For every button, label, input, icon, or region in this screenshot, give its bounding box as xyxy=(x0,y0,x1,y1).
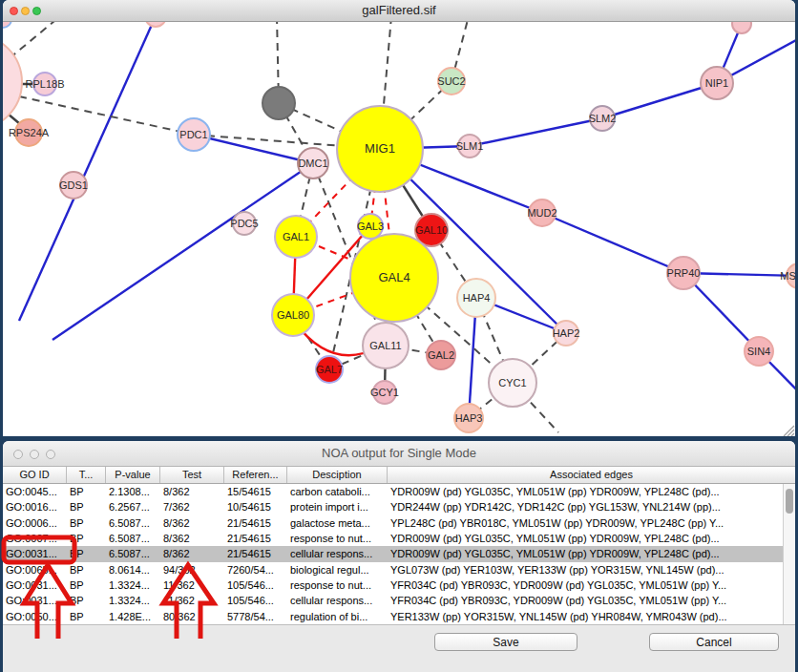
noa-output-window: NOA output for Single Mode GO IDT...P-va… xyxy=(3,441,795,672)
edge-blue xyxy=(602,83,717,118)
cell: BP xyxy=(67,595,106,606)
edge-blue xyxy=(19,22,156,321)
node-label-HAP4: HAP4 xyxy=(463,292,491,304)
node-label-GAL10: GAL10 xyxy=(415,224,448,236)
cell: BP xyxy=(67,611,106,622)
table-row[interactable]: GO:0050...BP1.428E...80/3625778/54...reg… xyxy=(3,609,783,624)
column-header-pvalue[interactable]: P-value xyxy=(106,467,160,483)
node-label-SLM2: SLM2 xyxy=(589,113,617,124)
network-window: galFiltered.sif RPL18BRPS24AGDS1PDC1MIG1… xyxy=(3,0,795,436)
cell: response to nut... xyxy=(287,533,388,544)
table-row[interactable]: GO:0016...BP6.2567...7/36210/54615protei… xyxy=(3,499,783,514)
cell: 5778/54... xyxy=(224,611,287,622)
cell: BP xyxy=(67,533,106,544)
cell: GO:0031... xyxy=(3,579,67,591)
cell: YDR009W (pd) YGL035C, YML051W (pp) YDR00… xyxy=(388,548,783,559)
resize-grip-icon[interactable] xyxy=(784,426,794,436)
cell: cellular respons... xyxy=(287,548,388,559)
cell: 11/362 xyxy=(160,595,224,606)
node-label-GCY1: GCY1 xyxy=(370,387,399,398)
cell: GO:0065... xyxy=(3,564,67,576)
node-label-SIN4: SIN4 xyxy=(747,346,770,357)
cell: YFR034C (pd) YBR093C, YDR009W (pd) YGL03… xyxy=(388,579,783,591)
node-label-GAL11: GAL11 xyxy=(369,340,401,351)
cell: YFR034C (pd) YBR093C, YDR009W (pd) YGL03… xyxy=(388,595,783,606)
column-header-associatededges[interactable]: Associated edges xyxy=(388,467,795,483)
cell: 6.5087... xyxy=(106,548,160,559)
cell: 8/362 xyxy=(160,486,224,497)
cell: 6.5087... xyxy=(106,517,160,529)
column-header-referen[interactable]: Referen... xyxy=(224,467,287,483)
node-unlabeled[interactable] xyxy=(262,87,295,119)
window-title: galFiltered.sif xyxy=(3,0,795,21)
node-label-GAL7: GAL7 xyxy=(316,364,343,375)
node-label-GAL4: GAL4 xyxy=(378,270,410,284)
cell: GO:0031... xyxy=(3,548,67,559)
cell: 1.3324... xyxy=(106,595,160,606)
cell: response to nut... xyxy=(287,579,388,591)
table-row[interactable]: GO:0031...BP1.3324...11/362105/546...cel… xyxy=(3,593,783,608)
table-row[interactable]: GO:0031...BP6.5087...8/36221/54615cellul… xyxy=(3,546,783,561)
cell: 94/362 xyxy=(160,564,224,576)
cell: 1.3324... xyxy=(106,579,160,591)
cell: protein import i... xyxy=(287,501,388,513)
network-canvas[interactable]: RPL18BRPS24AGDS1PDC1MIG1SUC2SLM1DMC1SLM2… xyxy=(3,22,795,436)
button-bar: Save Cancel xyxy=(3,625,795,672)
cell: GO:0045... xyxy=(3,486,67,497)
cell: galactose meta... xyxy=(287,517,388,529)
desktop: { "top_window": { "title": "galFiltered.… xyxy=(0,0,798,672)
cell: BP xyxy=(67,548,106,559)
node-label-PDC5: PDC5 xyxy=(230,218,258,229)
table-row[interactable]: GO:0006...BP6.5087...8/36221/54615galact… xyxy=(3,515,783,531)
node-label-SLM1: SLM1 xyxy=(456,140,484,152)
table-row[interactable]: GO:0031...BP1.3324...11/362105/546...res… xyxy=(3,578,783,593)
edge-blue xyxy=(470,118,602,146)
node-label-HAP2: HAP2 xyxy=(553,327,580,339)
cell: cellular respons... xyxy=(287,595,388,606)
table-header: GO IDT...P-valueTestReferen...Desciption… xyxy=(3,467,795,484)
node-label-CYC1: CYC1 xyxy=(498,377,526,388)
results-table: GO:0045...BP2.1308...8/36215/54615carbon… xyxy=(3,484,795,625)
cell: carbon cataboli... xyxy=(287,486,388,497)
node-unlabeled[interactable] xyxy=(3,22,11,28)
cell: 21/54615 xyxy=(224,533,287,544)
column-header-t[interactable]: T... xyxy=(67,467,106,483)
cell: YPL248C (pd) YBR018C, YML051W (pp) YDR00… xyxy=(388,517,783,529)
node-label-MSI: MSI xyxy=(780,270,795,282)
cell: 21/54615 xyxy=(224,517,287,529)
cell: YDR009W (pd) YGL035C, YML051W (pp) YDR00… xyxy=(388,486,783,497)
cell: YDR244W (pp) YDR142C, YDR142C (pp) YGL15… xyxy=(388,501,783,513)
cell: 1.428E... xyxy=(106,611,160,622)
cell: BP xyxy=(67,579,106,591)
edge-dash xyxy=(10,22,60,58)
cell: 8/362 xyxy=(160,548,224,559)
column-header-desciption[interactable]: Desciption xyxy=(287,467,388,483)
cancel-button[interactable]: Cancel xyxy=(649,633,779,651)
cell: 21/54615 xyxy=(224,548,287,559)
save-button[interactable]: Save xyxy=(434,633,578,651)
network-graph: RPL18BRPS24AGDS1PDC1MIG1SUC2SLM1DMC1SLM2… xyxy=(3,22,795,436)
network-window-titlebar: galFiltered.sif xyxy=(3,0,795,22)
window-title: NOA output for Single Mode xyxy=(3,441,795,466)
cell: YGL073W (pd) YER103W, YER133W (pp) YOR31… xyxy=(388,564,783,576)
noa-window-titlebar: NOA output for Single Mode xyxy=(3,441,795,467)
node-label-GDS1: GDS1 xyxy=(59,179,88,191)
node-label-PRP40: PRP40 xyxy=(667,267,701,279)
cell: 105/546... xyxy=(224,579,287,591)
node-unlabeled[interactable] xyxy=(3,34,22,130)
table-row[interactable]: GO:0045...BP2.1308...8/36215/54615carbon… xyxy=(3,484,783,499)
node-label-GAL80: GAL80 xyxy=(277,309,309,321)
node-unlabeled[interactable] xyxy=(145,22,166,27)
node-unlabeled[interactable] xyxy=(732,22,751,33)
column-header-goid[interactable]: GO ID xyxy=(3,467,67,483)
node-label-SUC2: SUC2 xyxy=(437,75,465,87)
cell: YDR009W (pd) YGL035C, YML051W (pp) YDR00… xyxy=(388,533,783,544)
cell: BP xyxy=(67,486,106,497)
table-row[interactable]: GO:0007...BP6.5087...8/36221/54615respon… xyxy=(3,531,783,546)
cell: 11/362 xyxy=(160,579,224,591)
vertical-scrollbar[interactable] xyxy=(783,484,795,624)
column-header-test[interactable]: Test xyxy=(160,467,224,483)
node-label-GAL3: GAL3 xyxy=(357,220,384,232)
scrollbar-thumb[interactable] xyxy=(786,489,793,514)
table-row[interactable]: GO:0065...BP8.0614...94/3627260/54...bio… xyxy=(3,562,783,578)
